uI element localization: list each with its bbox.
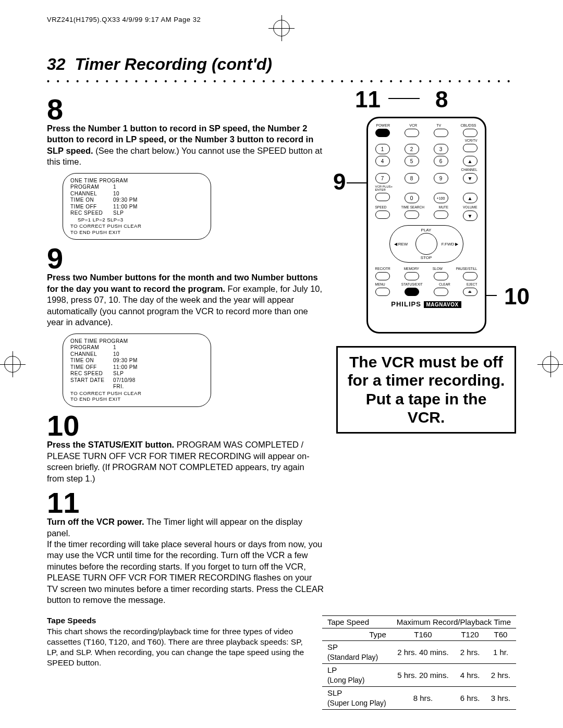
table-subheader: Type xyxy=(322,628,391,640)
step-number-8: 8 xyxy=(47,95,324,124)
callout-line xyxy=(347,182,368,183)
cell: (Super Long Play) xyxy=(327,699,386,707)
step-11-text: Turn off the VCR power. The Timer light … xyxy=(47,516,324,606)
osd-key: START DATE xyxy=(70,377,113,384)
vcrtv-button xyxy=(463,144,478,152)
status-exit-button xyxy=(405,288,419,296)
table-row: SLP(Super Long Play) 8 hrs. 6 hrs. 3 hrs… xyxy=(322,687,516,710)
pause-button xyxy=(463,272,478,280)
stop-label: STOP xyxy=(390,255,463,260)
number-button: 9 xyxy=(434,173,448,183)
remote-label: MENU xyxy=(375,282,385,286)
osd-key: PROGRAM xyxy=(70,184,113,191)
number-button: 2 xyxy=(405,144,419,154)
steps-column: 8 Press the Number 1 button to record in… xyxy=(47,91,324,606)
playback-pad: PLAY STOP ◀ REW F.FWD ▶ xyxy=(389,225,463,263)
tape-speeds-desc: This chart shows the recording/playback … xyxy=(47,626,313,668)
osd-hint: TO CORRECT PUSH CLEAR xyxy=(70,390,203,397)
remote-label: MEMORY xyxy=(404,267,419,270)
osd-val: 1 xyxy=(113,184,116,191)
cell: 2 hrs. 40 mins. xyxy=(391,640,455,663)
cell: 4 hrs. xyxy=(455,664,485,687)
tape-speeds-section: Tape Speeds This chart shows the recordi… xyxy=(47,615,516,710)
brand-label: PHILIPS MAGNAVOX xyxy=(375,300,478,308)
cell: LP xyxy=(327,665,337,674)
number-button: 7 xyxy=(375,173,390,183)
remote-control-illustration: POWER VCR TV CBL/DSS VCR/TV 1 2 3 xyxy=(366,117,486,334)
table-row: LP(Long Play) 5 hrs. 20 mins. 4 hrs. 2 h… xyxy=(322,664,516,687)
table-subheader: T120 xyxy=(455,628,485,640)
eject-button: ⏏ xyxy=(463,288,478,296)
notice-box: The VCR must be off for a timer recordin… xyxy=(336,346,516,434)
plus100-button: +100 xyxy=(434,193,448,203)
channel-up-button: ▲ xyxy=(463,156,478,166)
cell: 2 hrs. xyxy=(485,664,516,687)
crop-mark-icon xyxy=(4,356,21,373)
cell: 2 hrs. xyxy=(455,640,485,663)
volume-up-button: ▲ xyxy=(463,193,478,203)
speed-button xyxy=(375,211,390,219)
number-button: 5 xyxy=(405,156,419,166)
cell: 8 hrs. xyxy=(391,687,455,710)
step-8-text: Press the Number 1 button to record in S… xyxy=(47,123,324,168)
brand-philips: PHILIPS xyxy=(391,300,421,308)
crop-mark-icon xyxy=(542,356,559,373)
device-button xyxy=(434,129,448,137)
volume-down-button: ▼ xyxy=(463,211,478,221)
remote-label: SLOW xyxy=(433,267,443,270)
callout-10: 10 xyxy=(504,283,530,310)
ffwd-label: F.FWD ▶ xyxy=(442,242,459,246)
tape-speeds-heading: Tape Speeds xyxy=(47,615,313,626)
remote-label: TV xyxy=(436,124,441,127)
osd-title: ONE TIME PROGRAM xyxy=(70,178,203,184)
number-button: 0 xyxy=(405,193,419,203)
number-button: 8 xyxy=(405,173,419,183)
osd-key: TIME ON xyxy=(70,357,113,364)
callout-11: 11 xyxy=(355,87,381,113)
callout-9: 9 xyxy=(333,169,346,195)
slow-button xyxy=(434,272,448,280)
osd-val: 10 xyxy=(113,351,119,358)
step-9-text: Press two Number buttons for the month a… xyxy=(47,272,324,328)
remote-label: PAUSE/STILL xyxy=(456,267,478,270)
page-title: 32 Timer Recording (cont'd) xyxy=(47,55,516,74)
remote-label: VOLUME xyxy=(463,205,477,209)
brand-magnavox: MAGNAVOX xyxy=(424,301,461,308)
step-number-9: 9 xyxy=(47,244,324,273)
time-search-button xyxy=(405,211,419,219)
osd-hint: TO END PUSH EXIT xyxy=(70,396,203,402)
page-number: 32 xyxy=(47,55,66,73)
osd-val: 07/10/98 xyxy=(113,377,136,384)
enter-button xyxy=(375,193,390,201)
cell: 6 hrs. xyxy=(455,687,485,710)
play-label: PLAY xyxy=(390,228,463,232)
remote-label: TIME SEARCH xyxy=(401,205,424,209)
osd-hint: TO END PUSH EXIT xyxy=(70,229,203,236)
remote-label: CHANNEL xyxy=(375,168,478,171)
rec-button xyxy=(375,272,390,280)
osd-hint: SP=1 LP=2 SLP=3 xyxy=(70,217,203,223)
osd-key: TIME OFF xyxy=(70,204,113,211)
cell: 3 hrs. xyxy=(485,687,516,710)
cell: (Long Play) xyxy=(327,676,365,684)
cell: SP xyxy=(327,643,338,651)
cell: (Standard Play) xyxy=(327,653,378,661)
remote-label: VCR/TV xyxy=(375,139,478,142)
remote-label: EJECT xyxy=(467,282,478,286)
remote-label: SPEED xyxy=(375,205,387,209)
osd-display-1: ONE TIME PROGRAM PROGRAM1 CHANNEL10 TIME… xyxy=(63,173,211,240)
memory-button xyxy=(405,272,419,280)
osd-val: 1 xyxy=(113,344,116,351)
menu-button xyxy=(375,288,390,296)
step-number-10: 10 xyxy=(47,411,324,440)
number-button: 6 xyxy=(434,156,448,166)
remote-label: STATUS/EXIT xyxy=(401,282,423,286)
remote-label: VCR xyxy=(409,124,417,127)
osd-display-2: ONE TIME PROGRAM PROGRAM1 CHANNEL10 TIME… xyxy=(63,334,211,408)
osd-key: REC SPEED xyxy=(70,371,113,377)
remote-label: CLEAR xyxy=(439,282,450,286)
page-title-text: Timer Recording (cont'd) xyxy=(75,55,272,73)
remote-label: MUTE xyxy=(439,205,448,209)
page: VRZ241(H1795).QX33 4/9/99 9:17 AM Page 3… xyxy=(0,0,563,728)
callout-line xyxy=(388,98,420,99)
